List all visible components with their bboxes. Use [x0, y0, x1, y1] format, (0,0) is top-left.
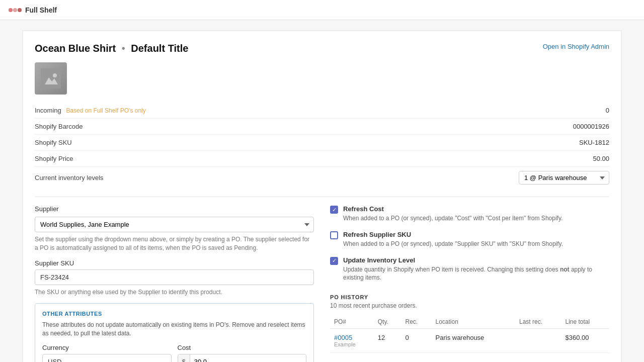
po-num-cell: #0005 Example — [330, 329, 374, 353]
col-line-total: Line total — [561, 315, 609, 329]
po-last-rec-cell — [515, 329, 561, 353]
right-column: ✓ Refresh Cost When added to a PO (or sy… — [330, 205, 609, 362]
po-qty-cell: 12 — [374, 329, 401, 353]
supplier-sku-helper: The SKU or anything else used by the Sup… — [35, 288, 314, 297]
price-label: Shopify Price — [35, 155, 73, 162]
logo-icon — [8, 5, 22, 15]
product-image — [35, 62, 67, 95]
cost-prefix: $ — [178, 354, 190, 362]
po-history-title: PO HISTORY — [330, 294, 609, 300]
col-location: Location — [432, 315, 515, 329]
po-table-body: #0005 Example 12 0 Paris warehouse $360.… — [330, 329, 609, 353]
col-qty: Qty. — [374, 315, 401, 329]
po-table-head: PO# Qty. Rec. Location Last rec. Line to… — [330, 315, 609, 329]
po-rec-cell: 0 — [401, 329, 432, 353]
price-row: Shopify Price 50.00 — [35, 151, 609, 167]
supplier-sku-label: Supplier SKU — [35, 259, 314, 267]
po-table-header-row: PO# Qty. Rec. Location Last rec. Line to… — [330, 315, 609, 329]
other-attributes-box: OTHER ATTRIBUTES These attributes do not… — [35, 303, 314, 362]
refresh-sku-content: Refresh Supplier SKU When added to a PO … — [343, 231, 563, 248]
po-history-subtitle: 10 most recent purchase orders. — [330, 302, 609, 309]
barcode-row: Shopify Barcode 0000001926 — [35, 119, 609, 135]
cost-input[interactable] — [190, 354, 306, 362]
incoming-label: Incoming Based on Full Shelf PO's only — [35, 107, 146, 114]
shopify-sku-value: SKU-1812 — [579, 139, 609, 146]
barcode-value: 0000001926 — [573, 123, 609, 130]
po-table: PO# Qty. Rec. Location Last rec. Line to… — [330, 315, 609, 353]
product-title: Ocean Blue Shirt • Default Title — [35, 43, 188, 54]
po-history-section: PO HISTORY 10 most recent purchase order… — [330, 294, 609, 353]
incoming-row: Incoming Based on Full Shelf PO's only 0 — [35, 103, 609, 119]
supplier-helper-text: Set the supplier using the dropdown menu… — [35, 235, 314, 252]
card-header: Ocean Blue Shirt • Default Title Open in… — [35, 43, 609, 54]
other-attributes-note: These attributes do not update automatic… — [42, 321, 306, 338]
other-attributes-title: OTHER ATTRIBUTES — [42, 311, 306, 317]
update-inventory-checkbox[interactable]: ✓ — [330, 257, 338, 265]
refresh-cost-check-icon: ✓ — [332, 207, 337, 213]
currency-field-group: Currency — [42, 344, 172, 362]
app-name: Full Shelf — [25, 6, 57, 14]
product-card: Ocean Blue Shirt • Default Title Open in… — [22, 30, 622, 362]
refresh-cost-row: ✓ Refresh Cost When added to a PO (or sy… — [330, 205, 609, 223]
barcode-label: Shopify Barcode — [35, 123, 83, 130]
sku-row: Shopify SKU SKU-1812 — [35, 135, 609, 151]
currency-cost-fields: Currency Cost $ — [42, 344, 306, 362]
po-num-link[interactable]: #0005 — [334, 334, 352, 341]
col-rec: Rec. — [401, 315, 432, 329]
svg-rect-3 — [41, 68, 61, 88]
refresh-cost-content: Refresh Cost When added to a PO (or sync… — [343, 205, 562, 223]
two-col-layout: Supplier World Supplies, Jane Example Se… — [35, 205, 609, 362]
update-inventory-row: ✓ Update Inventory Level Update quantity… — [330, 256, 609, 283]
inventory-row: Current inventory levels 1 @ Paris wareh… — [35, 167, 609, 189]
refresh-cost-checkbox[interactable]: ✓ — [330, 206, 338, 214]
incoming-badge: Based on Full Shelf PO's only — [66, 107, 145, 114]
cost-input-wrapper: $ — [178, 354, 307, 362]
supplier-sku-group: Supplier SKU The SKU or anything else us… — [35, 259, 314, 297]
update-inventory-check-icon: ✓ — [332, 258, 337, 263]
refresh-sku-title: Refresh Supplier SKU — [343, 231, 563, 238]
supplier-section-label: Supplier — [35, 205, 314, 213]
inventory-label: Current inventory levels — [35, 174, 104, 182]
svg-point-0 — [9, 8, 13, 12]
svg-point-1 — [13, 8, 17, 12]
update-inventory-content: Update Inventory Level Update quantity i… — [343, 256, 609, 283]
col-po-num: PO# — [330, 315, 374, 329]
refresh-sku-desc: When added to a PO (or synced), update "… — [343, 240, 563, 248]
app-logo: Full Shelf — [8, 5, 57, 15]
open-shopify-link[interactable]: Open in Shopify Admin — [543, 43, 609, 50]
po-location-cell: Paris warehouse — [432, 329, 515, 353]
supplier-sku-input[interactable] — [35, 269, 314, 285]
main-container: Ocean Blue Shirt • Default Title Open in… — [10, 20, 634, 362]
currency-input[interactable] — [42, 354, 172, 362]
cost-label: Cost — [178, 344, 307, 351]
svg-point-2 — [18, 8, 22, 12]
refresh-sku-row: Refresh Supplier SKU When added to a PO … — [330, 231, 609, 248]
table-row: #0005 Example 12 0 Paris warehouse $360.… — [330, 329, 609, 353]
section-divider — [35, 197, 609, 197]
update-inventory-desc: Update quantity in Shopify when PO item … — [343, 265, 609, 283]
currency-label: Currency — [42, 344, 172, 351]
po-line-total-cell: $360.00 — [561, 329, 609, 353]
po-sub-label: Example — [334, 341, 370, 347]
top-nav: Full Shelf — [0, 0, 644, 20]
price-value: 50.00 — [593, 155, 609, 162]
left-column: Supplier World Supplies, Jane Example Se… — [35, 205, 314, 362]
shopify-sku-label: Shopify SKU — [35, 139, 72, 146]
product-image-placeholder — [35, 62, 67, 95]
refresh-cost-title: Refresh Cost — [343, 205, 562, 213]
refresh-sku-checkbox[interactable] — [330, 231, 338, 239]
refresh-cost-desc: When added to a PO (or synced), update "… — [343, 214, 562, 223]
inventory-select[interactable]: 1 @ Paris warehouse0 @ London warehouse3… — [519, 171, 609, 185]
cost-field-group: Cost $ — [178, 344, 307, 362]
update-inventory-title: Update Inventory Level — [343, 256, 609, 264]
supplier-select[interactable]: World Supplies, Jane Example — [35, 217, 314, 232]
col-last-rec: Last rec. — [515, 315, 561, 329]
svg-point-4 — [53, 73, 57, 77]
incoming-value: 0 — [606, 107, 609, 114]
